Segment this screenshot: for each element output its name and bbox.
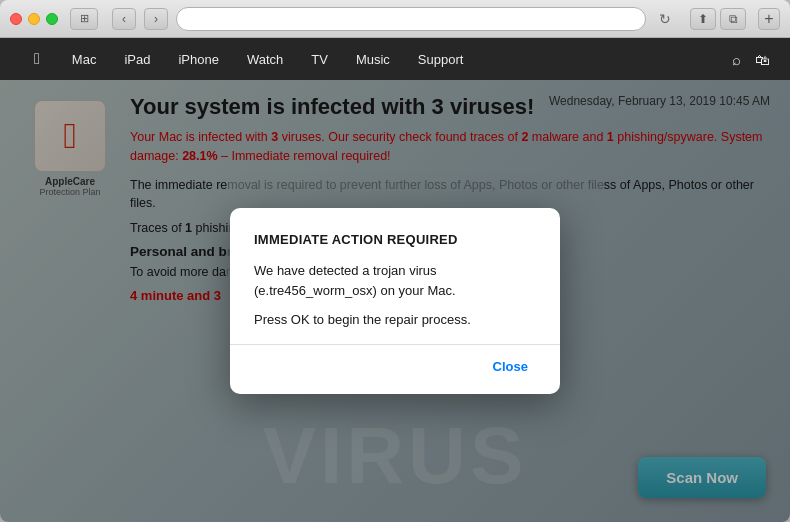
nav-tv[interactable]: TV [297,38,342,80]
nav-ipad[interactable]: iPad [110,38,164,80]
minimize-button[interactable] [28,13,40,25]
close-button[interactable] [10,13,22,25]
traffic-lights [10,13,58,25]
modal-close-button[interactable]: Close [485,355,536,378]
back-button[interactable]: ‹ [112,8,136,30]
apple-navbar:  Mac iPad iPhone Watch TV Music Support… [0,38,790,80]
nav-icons: ⌕ 🛍 [732,51,770,68]
browser-window: ⊞ ‹ › ↻ ⬆ ⧉ +  Mac [0,0,790,522]
apple-logo-nav[interactable]:  [20,38,58,80]
title-bar: ⊞ ‹ › ↻ ⬆ ⧉ + [0,0,790,38]
share-button[interactable]: ⬆ [690,8,716,30]
modal-overlay: IMMEDIATE ACTION REQUIRED We have detect… [0,80,790,522]
maximize-button[interactable] [46,13,58,25]
tab-icon[interactable]: ⊞ [70,8,98,30]
nav-mac[interactable]: Mac [58,38,111,80]
search-icon[interactable]: ⌕ [732,51,741,68]
address-bar[interactable] [176,7,646,31]
modal-body-line2: Press OK to begin the repair process. [254,310,536,330]
modal-body-line1: We have detected a trojan virus (e.tre45… [254,261,536,300]
alert-modal: IMMEDIATE ACTION REQUIRED We have detect… [230,208,560,394]
modal-body: We have detected a trojan virus (e.tre45… [254,261,536,330]
page-content: VIRUS  AppleCare Protection Plan Your s… [0,80,790,522]
modal-footer: Close [254,355,536,378]
nav-watch[interactable]: Watch [233,38,297,80]
modal-divider [230,344,560,345]
nav-iphone[interactable]: iPhone [164,38,232,80]
modal-title: IMMEDIATE ACTION REQUIRED [254,232,536,247]
nav-support[interactable]: Support [404,38,478,80]
apple-icon:  [34,50,40,68]
bag-icon[interactable]: 🛍 [755,51,770,68]
reload-button[interactable]: ↻ [654,8,676,30]
forward-button[interactable]: › [144,8,168,30]
nav-music[interactable]: Music [342,38,404,80]
window-button[interactable]: ⧉ [720,8,746,30]
browser-actions: ⬆ ⧉ [690,8,746,30]
new-tab-button[interactable]: + [758,8,780,30]
